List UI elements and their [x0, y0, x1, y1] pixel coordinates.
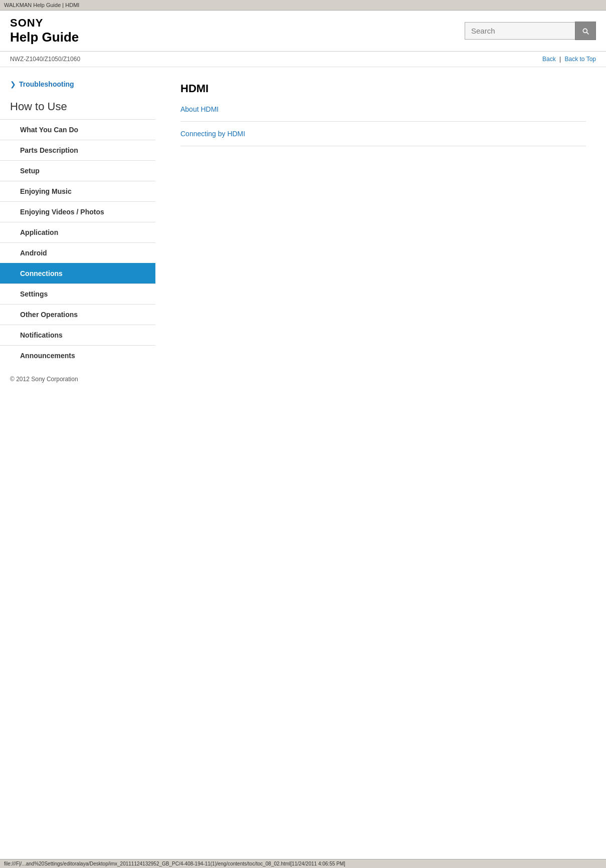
- sidebar-item-troubleshooting[interactable]: Troubleshooting: [19, 80, 74, 88]
- sidebar-item-enjoying-videos-photos[interactable]: Enjoying Videos / Photos: [0, 201, 155, 222]
- sidebar-item-parts-description[interactable]: Parts Description: [0, 140, 155, 160]
- content-title: HDMI: [180, 82, 586, 95]
- copyright-text: © 2012 Sony Corporation: [10, 376, 78, 383]
- sidebar-item-settings[interactable]: Settings: [0, 283, 155, 304]
- sidebar-item-announcements[interactable]: Announcements: [0, 345, 155, 366]
- subheader: NWZ-Z1040/Z1050/Z1060 Back | Back to Top: [0, 52, 606, 67]
- content-divider-2: [180, 146, 586, 146]
- sidebar-item-application[interactable]: Application: [0, 222, 155, 242]
- sidebar-item-enjoying-music[interactable]: Enjoying Music: [0, 181, 155, 201]
- browser-title-text: WALKMAN Help Guide | HDMI: [4, 2, 79, 8]
- search-button[interactable]: [575, 22, 596, 40]
- sidebar-item-other-operations[interactable]: Other Operations: [0, 304, 155, 325]
- content-link-about-hdmi[interactable]: About HDMI: [180, 105, 586, 113]
- search-icon: [581, 27, 589, 35]
- sidebar-item-what-you-can-do[interactable]: What You Can Do: [0, 119, 155, 140]
- browser-title-bar: WALKMAN Help Guide | HDMI: [0, 0, 606, 11]
- troubleshooting-arrow-icon: ❯: [10, 80, 16, 88]
- sidebar-troubleshooting-section: ❯ Troubleshooting: [0, 77, 155, 96]
- content-link-connecting-by-hdmi[interactable]: Connecting by HDMI: [180, 130, 586, 138]
- nav-separator: |: [559, 56, 561, 63]
- nav-links: Back | Back to Top: [542, 56, 596, 63]
- help-guide-title: Help Guide: [10, 30, 79, 45]
- sidebar-item-setup[interactable]: Setup: [0, 160, 155, 181]
- search-input[interactable]: [465, 22, 575, 40]
- how-to-use-heading: How to Use: [0, 96, 155, 119]
- page-header: SONY Help Guide: [0, 11, 606, 52]
- sidebar: ❯ Troubleshooting How to Use What You Ca…: [0, 67, 155, 403]
- back-to-top-link[interactable]: Back to Top: [565, 56, 596, 63]
- sony-logo: SONY: [10, 17, 79, 30]
- sidebar-footer: © 2012 Sony Corporation: [0, 366, 155, 393]
- back-link[interactable]: Back: [542, 56, 556, 63]
- content-area: HDMI About HDMI Connecting by HDMI: [155, 67, 606, 403]
- main-layout: ❯ Troubleshooting How to Use What You Ca…: [0, 67, 606, 403]
- sidebar-item-android[interactable]: Android: [0, 242, 155, 263]
- logo-area: SONY Help Guide: [10, 17, 79, 45]
- content-divider-1: [180, 121, 586, 122]
- sidebar-item-notifications[interactable]: Notifications: [0, 325, 155, 345]
- search-area: [465, 22, 596, 40]
- device-model: NWZ-Z1040/Z1050/Z1060: [10, 56, 80, 63]
- sidebar-item-connections[interactable]: Connections: [0, 263, 155, 283]
